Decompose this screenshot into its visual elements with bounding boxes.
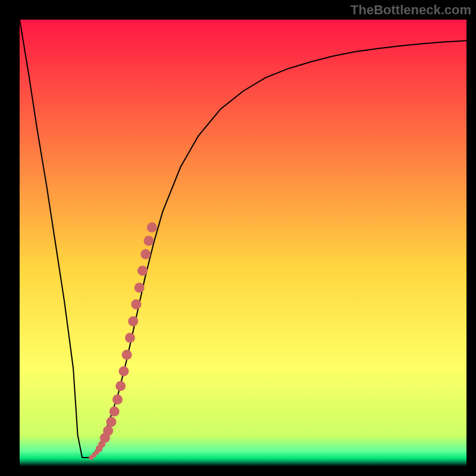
plot-area	[20, 20, 466, 466]
marker-dot	[128, 316, 138, 326]
marker-dot	[119, 367, 129, 377]
marker-dot	[107, 416, 117, 427]
bottleneck-curve	[20, 20, 466, 458]
marker-dot	[140, 249, 151, 259]
highlight-markers	[89, 223, 157, 460]
marker-dot	[137, 266, 148, 276]
marker-dot	[103, 425, 113, 436]
marker-dot	[134, 283, 145, 293]
marker-dot	[144, 236, 154, 246]
marker-dot	[115, 381, 126, 391]
marker-dot	[125, 333, 135, 343]
marker-dot	[131, 299, 142, 309]
curve-layer	[20, 20, 466, 466]
marker-dot	[147, 223, 157, 233]
marker-dot	[122, 350, 132, 360]
marker-dot	[109, 406, 120, 416]
marker-dot	[112, 394, 123, 405]
watermark-text: TheBottleneck.com	[350, 2, 471, 18]
